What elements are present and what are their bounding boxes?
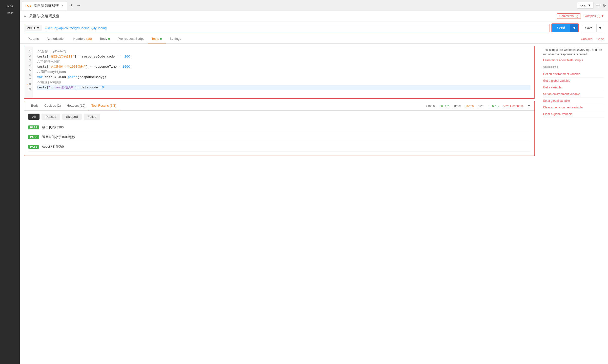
- code-line-1: //查看httpCode码: [37, 49, 530, 54]
- save-label: Save: [585, 26, 592, 30]
- filter-all[interactable]: All: [28, 114, 40, 120]
- send-label: Send: [557, 26, 565, 30]
- breadcrumb-arrow-icon: ▶: [24, 14, 26, 18]
- sidebar-item-apis[interactable]: APIs: [0, 2, 20, 9]
- code-line-2: tests["接口状态码200"] = responseCode.code ==…: [37, 54, 530, 60]
- code-link[interactable]: Code: [596, 37, 604, 41]
- more-tabs-button[interactable]: ···: [75, 3, 82, 8]
- tab-prerequest[interactable]: Pre-request Script: [114, 34, 148, 43]
- filter-skipped[interactable]: Skipped: [62, 114, 82, 120]
- filter-passed[interactable]: Passed: [41, 114, 60, 120]
- request-tab[interactable]: POST 课题-讲义编码反查 ×: [22, 1, 67, 10]
- main-panel: POST 课题-讲义编码反查 × + ··· local ▼ 👁 ⚙ ▶ 课题-…: [20, 0, 608, 364]
- code-line-6: var data = JSON.parse(responseBody);: [37, 75, 530, 80]
- test-result-item: PASS 返回时间小于1000毫秒: [28, 132, 530, 142]
- code-line-8: tests['code码必须为0']= data.code==0: [37, 85, 530, 90]
- cookies-link[interactable]: Cookies: [581, 37, 592, 41]
- save-button[interactable]: Save: [581, 24, 596, 32]
- bottom-tab-cookies[interactable]: Cookies (2): [41, 101, 64, 110]
- snippet-set-global-var[interactable]: Set a global variable: [543, 98, 604, 104]
- learn-more-link[interactable]: Learn more about tests scripts: [543, 59, 583, 62]
- tab-method-label: POST: [25, 4, 33, 7]
- code-line-9: [37, 90, 530, 95]
- pass-badge-1: PASS: [28, 125, 39, 129]
- send-dropdown-button[interactable]: ▼: [570, 24, 578, 32]
- send-button-group: Send ▼: [551, 23, 579, 32]
- response-meta: Status: 200 OK Time: 952ms Size: 1.05 KB…: [426, 104, 530, 108]
- new-tab-button[interactable]: +: [68, 3, 75, 8]
- save-dropdown-button[interactable]: ▼: [596, 24, 604, 32]
- env-name-label: local: [580, 3, 586, 7]
- nav-tabs: Params Authorization Headers (10) Body P…: [20, 34, 608, 44]
- tab-tests[interactable]: Tests: [148, 34, 166, 43]
- size-label: Size:: [478, 104, 484, 108]
- tab-settings[interactable]: Settings: [166, 34, 185, 43]
- tab-close-button[interactable]: ×: [61, 4, 63, 8]
- save-response-button[interactable]: Save Response: [503, 104, 524, 108]
- method-dropdown-icon: ▼: [36, 26, 40, 30]
- sidebar-apis-label: APIs: [7, 4, 13, 7]
- filter-tabs: All Passed Skipped Failed: [24, 111, 534, 123]
- tab-body[interactable]: Body: [96, 34, 114, 43]
- comments-button[interactable]: Comments (0): [557, 13, 581, 19]
- code-line-4: tests["返回时间小于1000毫秒"] = responseTime < 1…: [37, 64, 530, 70]
- test-label-2: 返回时间小于1000毫秒: [42, 135, 75, 139]
- size-value: 1.05 KB: [488, 104, 499, 108]
- pass-badge-3: PASS: [28, 145, 39, 149]
- tab-headers[interactable]: Headers (10): [69, 34, 96, 43]
- url-input[interactable]: [42, 24, 549, 32]
- method-label: POST: [27, 26, 35, 30]
- sidebar: APIs Trash: [0, 0, 20, 364]
- sidebar-item-trash[interactable]: Trash: [0, 9, 20, 16]
- tab-authorization[interactable]: Authorization: [43, 34, 69, 43]
- right-panel-description: Test scripts are written in JavaScript, …: [543, 48, 604, 57]
- filter-failed[interactable]: Failed: [84, 114, 100, 120]
- code-line-7: //检查json数据: [37, 80, 530, 85]
- test-label-1: 接口状态码200: [42, 125, 64, 130]
- tab-name-label: 课题-讲义编码反查: [34, 4, 59, 8]
- pass-badge-2: PASS: [28, 135, 39, 139]
- settings-icon[interactable]: ⚙: [603, 3, 606, 8]
- snippet-clear-global-var[interactable]: Clear a global variable: [543, 111, 604, 118]
- snippet-clear-env-var[interactable]: Clear an environment variable: [543, 104, 604, 111]
- request-name-label: 课题-讲义编码反查: [29, 14, 60, 19]
- snippet-get-var[interactable]: Get a variable: [543, 84, 604, 91]
- url-bar: POST ▼: [24, 24, 549, 32]
- warning-icon: ⚠: [26, 82, 28, 87]
- url-bar-container: POST ▼ Send ▼ Save ▼: [20, 21, 608, 34]
- request-header: ▶ 课题-讲义编码反查 Comments (0) Examples (0) ▼: [20, 11, 608, 21]
- bottom-panel: Body Cookies (2) Headers (10) Test Resul…: [24, 101, 535, 156]
- snippet-set-env-var[interactable]: Set an environment variable: [543, 91, 604, 98]
- snippet-get-global-var[interactable]: Get a global variable: [543, 78, 604, 84]
- status-label: Status:: [426, 104, 435, 108]
- bottom-tab-body[interactable]: Body: [28, 101, 41, 110]
- method-selector[interactable]: POST ▼: [24, 25, 42, 31]
- eye-icon[interactable]: 👁: [596, 3, 600, 8]
- test-result-item: PASS 接口状态码200: [28, 123, 530, 132]
- status-value: 200 OK: [440, 104, 450, 108]
- snippet-get-env-var[interactable]: Get an environment variable: [543, 71, 604, 78]
- examples-button[interactable]: Examples (0) ▼: [583, 14, 604, 18]
- code-editor-wrapper: 1 2 3 4 5 6 7 ⚠8 9 //查看httpCode码 t: [24, 46, 535, 99]
- examples-label: Examples (0): [583, 14, 600, 18]
- snippets-title: SNIPPETS: [543, 66, 604, 69]
- time-label: Time:: [453, 104, 461, 108]
- code-line-5: //返回body转json: [37, 70, 530, 75]
- bottom-tab-headers[interactable]: Headers (10): [64, 101, 88, 110]
- env-dropdown-icon: ▼: [588, 3, 591, 7]
- bottom-tab-test-results[interactable]: Test Results (3/3): [88, 101, 119, 110]
- save-response-arrow[interactable]: ▼: [527, 104, 530, 108]
- line-numbers: 1 2 3 4 5 6 7 ⚠8 9: [24, 46, 33, 98]
- bottom-tabs: Body Cookies (2) Headers (10) Test Resul…: [24, 101, 534, 111]
- editor-panel: 1 2 3 4 5 6 7 ⚠8 9 //查看httpCode码 t: [20, 44, 539, 364]
- send-button[interactable]: Send: [552, 24, 570, 32]
- test-result-item: PASS code码必须为0: [28, 142, 530, 152]
- comments-label: Comments (0): [559, 14, 578, 18]
- code-editor[interactable]: 1 2 3 4 5 6 7 ⚠8 9 //查看httpCode码 t: [24, 46, 534, 98]
- environment-selector[interactable]: local ▼: [577, 2, 594, 9]
- examples-arrow-icon: ▼: [601, 14, 604, 18]
- time-value: 952ms: [465, 104, 474, 108]
- sidebar-trash-label: Trash: [6, 11, 13, 14]
- tab-params[interactable]: Params: [24, 34, 43, 43]
- save-button-group: Save ▼: [581, 24, 604, 32]
